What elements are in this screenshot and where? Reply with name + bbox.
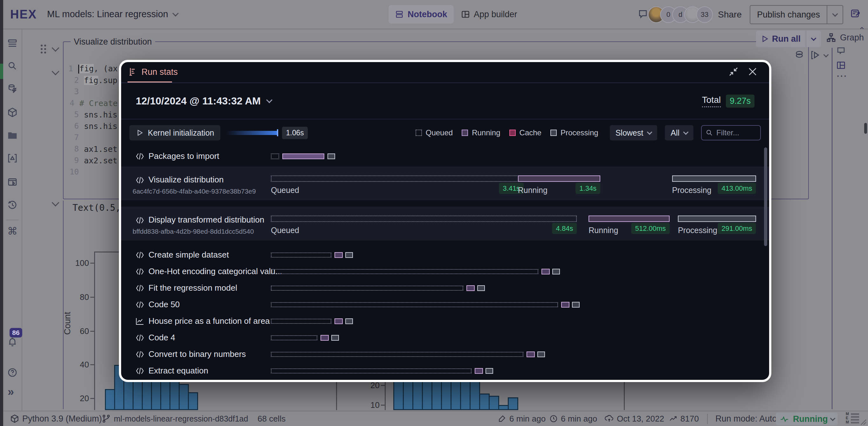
share-button[interactable]: Share: [718, 9, 742, 20]
code-line[interactable]: 9ax2.set: [64, 155, 118, 166]
command-icon[interactable]: ⌘: [7, 225, 18, 237]
code-line[interactable]: 3: [64, 86, 118, 97]
processing-box: [572, 302, 580, 308]
run-timestamp: 12/10/2024 @ 11:43:32 AM: [136, 95, 261, 107]
run-selector[interactable]: 12/10/2024 @ 11:43:32 AM: [136, 95, 272, 107]
cell-title[interactable]: Visualize distribution: [70, 37, 155, 47]
code-line[interactable]: 10: [64, 166, 118, 178]
branch-selector[interactable]: ml-models-linear-regression-d83df1ad: [102, 411, 248, 426]
code-line[interactable]: 5sns.his: [64, 109, 118, 120]
avatar-overflow-count[interactable]: 33: [696, 6, 713, 23]
comment-icon[interactable]: [638, 9, 648, 19]
run-stats-row[interactable]: One-Hot encoding categorical valu...: [121, 263, 769, 280]
resize-handle-icon[interactable]: [859, 418, 867, 425]
code-line[interactable]: 4# Create: [64, 97, 118, 109]
run-stats-row[interactable]: Convert to binary numbers: [121, 346, 769, 363]
code-line[interactable]: 1fig, (ax: [64, 63, 118, 75]
chevron-up-icon[interactable]: ⌃: [859, 26, 865, 35]
status-bar: Python 3.9 (Medium) ml-models-linear-reg…: [3, 411, 868, 426]
publish-preview-icon[interactable]: [850, 8, 861, 19]
sort-dropdown[interactable]: Slowest: [610, 125, 657, 140]
drag-handle-icon[interactable]: [41, 45, 46, 54]
histogram-bar: [188, 392, 198, 410]
files-icon[interactable]: [7, 130, 18, 140]
data-sources-icon[interactable]: [7, 84, 18, 94]
avatar-stack[interactable]: 0 d 33: [652, 6, 713, 23]
search-icon[interactable]: [7, 61, 18, 71]
cell-output-text: Text(0.5,: [72, 202, 121, 213]
tab-app-builder[interactable]: App builder: [455, 5, 524, 24]
cache-icon[interactable]: [794, 50, 804, 60]
kernel-status[interactable]: Python 3.9 (Medium): [10, 411, 102, 426]
run-stats-row[interactable]: Extract equation: [121, 363, 769, 379]
queued-bar: [271, 368, 471, 373]
more-options-icon[interactable]: ⋯: [836, 69, 848, 82]
collapse-icon[interactable]: [728, 66, 739, 77]
run-stats-row[interactable]: Fit the regression model: [121, 280, 769, 296]
run-mode[interactable]: Run mode: Auto: [715, 411, 777, 426]
run-stats-row[interactable]: Packages to import: [121, 146, 769, 167]
kernel-initialization-row[interactable]: Kernel initialization: [129, 125, 220, 140]
collapse-cell-icon[interactable]: [52, 44, 59, 52]
code-cell-icon: [135, 250, 145, 260]
layout-panel-icon[interactable]: [836, 60, 846, 70]
help-icon[interactable]: [7, 367, 18, 378]
collapse-section-icon[interactable]: [52, 67, 59, 75]
project-title-menu[interactable]: ML models: Linear regression: [47, 9, 178, 20]
history-icon[interactable]: [7, 200, 18, 210]
publish-changes-button[interactable]: Publish changes: [750, 5, 843, 24]
run-stats-row[interactable]: House price as a function of area: [121, 313, 769, 330]
run-stats-row[interactable]: Code 4: [121, 330, 769, 346]
tab-notebook[interactable]: Notebook: [389, 5, 454, 24]
assets-icon[interactable]: [7, 153, 18, 163]
row-timeline: [271, 296, 759, 313]
cell-name: Create simple dataset: [149, 250, 229, 260]
queued-label: Queued: [271, 226, 299, 235]
last-edited[interactable]: 6 min ago: [498, 411, 546, 426]
comments-panel-icon[interactable]: [836, 46, 846, 55]
collapse-cell-icon[interactable]: [52, 199, 59, 206]
filter-input[interactable]: Filter...: [701, 125, 761, 140]
modal-scrollbar[interactable]: [764, 147, 767, 246]
code-editor[interactable]: 1fig, (ax2fig.sup34# Create5sns.his6sns.…: [64, 63, 118, 178]
run-status[interactable]: Running: [776, 413, 838, 425]
view-count[interactable]: 8170: [669, 411, 699, 426]
scheduled-runs-icon[interactable]: [7, 177, 18, 187]
code-line[interactable]: 6sns.his: [64, 120, 118, 132]
published-date[interactable]: Oct 13, 2022: [605, 411, 664, 426]
scope-dropdown[interactable]: All: [665, 125, 693, 140]
row-timeline: [271, 247, 759, 263]
run-cell-dropdown-icon[interactable]: [824, 52, 829, 58]
magnifier-icon: [706, 129, 713, 137]
close-icon[interactable]: [747, 66, 758, 77]
window-scrollbar[interactable]: [864, 123, 867, 134]
modal-header: Run stats: [121, 62, 769, 83]
cell-name: Code 50: [149, 300, 180, 310]
code-line[interactable]: 2fig.sup: [64, 75, 118, 86]
code-line[interactable]: 7: [64, 132, 118, 143]
outline-icon[interactable]: [7, 38, 18, 48]
kernel-time-badge: 1.06s: [282, 127, 307, 139]
expand-sidebar-icon[interactable]: »: [8, 385, 14, 399]
code-line[interactable]: 8ax1.set: [64, 143, 118, 155]
upload-icon: [605, 414, 614, 423]
run-stats-row[interactable]: Create simple dataset: [121, 247, 769, 263]
run-stats-row[interactable]: Generate regression line: [121, 379, 769, 382]
memory-indicator: MEM: [846, 412, 859, 424]
run-stats-row[interactable]: Display transformed distributionQueued4.…: [121, 207, 769, 240]
run-all-button[interactable]: Run all: [756, 31, 821, 47]
processing-box: [552, 269, 560, 275]
run-all-dropdown[interactable]: [806, 37, 821, 40]
run-cell-icon[interactable]: [809, 50, 820, 60]
publish-dropdown[interactable]: [827, 13, 843, 16]
chart-ytick: 60: [67, 326, 89, 336]
hex-logo[interactable]: HEX: [10, 8, 37, 21]
last-run[interactable]: 6 min ago: [550, 411, 597, 426]
line-number: 5: [64, 110, 79, 119]
run-stats-row[interactable]: Visualize distributionQueued3.41sRunning…: [121, 167, 769, 200]
bell-icon[interactable]: [7, 337, 18, 347]
environment-icon[interactable]: [7, 107, 18, 117]
divider: [6, 220, 19, 220]
panel-divider[interactable]: [832, 48, 832, 409]
run-stats-row[interactable]: Code 50: [121, 296, 769, 313]
